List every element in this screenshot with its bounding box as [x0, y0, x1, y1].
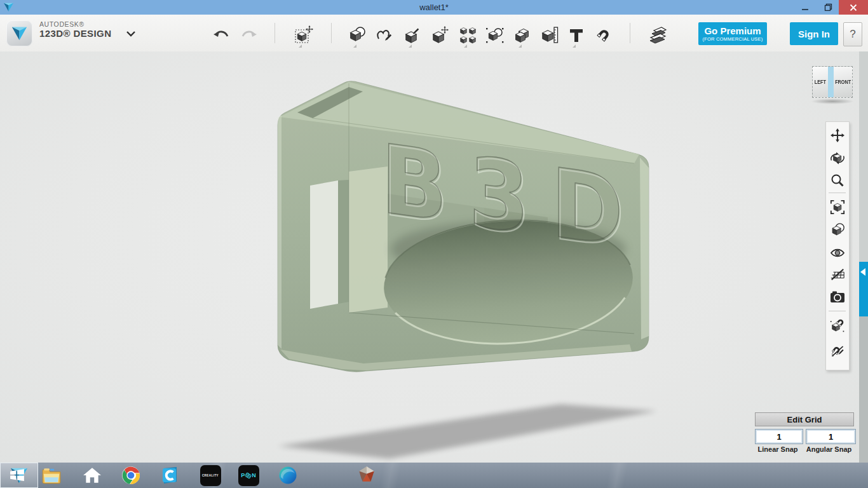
hide-grid-button[interactable] — [829, 266, 846, 283]
view-cube-left-face[interactable]: LEFT — [814, 67, 827, 97]
visibility-button[interactable] — [829, 245, 846, 261]
taskbar: CREALITY P N — [0, 463, 868, 488]
camera-icon — [830, 290, 845, 303]
modify-button[interactable] — [430, 25, 450, 45]
toolbar-separator — [275, 23, 275, 43]
sidebar-separator — [829, 193, 846, 193]
text-tool-icon — [568, 27, 585, 43]
disable-snap-button[interactable] — [829, 342, 846, 359]
angular-snap-input[interactable] — [806, 429, 856, 444]
right-edge-strip — [859, 316, 868, 463]
creality-icon: CREALITY — [200, 465, 221, 486]
view-cube-front-face[interactable]: FRONT — [835, 67, 851, 97]
zoom-button[interactable] — [829, 172, 846, 189]
snap-button[interactable] — [593, 25, 614, 45]
disable-snap-icon — [830, 343, 845, 358]
taskbar-home[interactable] — [81, 464, 104, 487]
meshmixer-icon — [357, 466, 376, 485]
file-explorer-icon — [41, 467, 62, 484]
dropdown-marker — [573, 44, 576, 48]
pattern-button[interactable] — [458, 25, 478, 45]
combine-button[interactable] — [512, 25, 532, 45]
edit-grid-button[interactable]: Edit Grid — [755, 412, 854, 426]
taskbar-creality[interactable]: CREALITY — [199, 464, 222, 487]
snap-object-icon — [830, 318, 845, 333]
brand-text: AUTODESK® 123D® DESIGN — [39, 20, 111, 39]
windows-start-icon — [8, 466, 26, 484]
go-premium-button[interactable]: Go Premium (FOR COMMERCIAL USE) — [698, 22, 767, 45]
3d-viewport[interactable]: B3D B3D LEFT FRONT — [0, 51, 868, 463]
cura-icon — [161, 466, 180, 485]
sign-in-button[interactable]: Sign In — [790, 22, 838, 45]
go-premium-label: Go Premium — [704, 26, 761, 36]
taskbar-chrome[interactable] — [119, 464, 142, 487]
modify-icon — [430, 25, 449, 44]
angular-snap-label: Angular Snap — [804, 445, 853, 453]
sketch-icon — [375, 25, 394, 44]
title-bar[interactable]: wallet1* — [0, 0, 868, 15]
wallet-model[interactable]: B3D B3D — [278, 81, 649, 372]
help-label: ? — [850, 28, 855, 41]
snap-object-button[interactable] — [829, 317, 846, 334]
text-button[interactable] — [566, 25, 587, 45]
navigation-sidebar — [825, 121, 850, 370]
minimize-icon — [801, 4, 809, 11]
app-logo[interactable] — [6, 20, 32, 46]
linear-snap-label: Linear Snap — [755, 445, 801, 453]
dropdown-marker — [464, 44, 467, 48]
primitives-button[interactable] — [347, 25, 367, 45]
creality-label: CREALITY — [202, 474, 219, 477]
photon-atom-icon — [245, 472, 252, 479]
model-ground-shadow — [278, 404, 657, 459]
pan-icon — [831, 128, 844, 142]
construct-button[interactable] — [402, 25, 423, 45]
home-icon — [83, 466, 102, 484]
main-menu-chevron-icon[interactable] — [125, 30, 137, 37]
shaded-view-button[interactable] — [829, 222, 846, 238]
restore-icon — [824, 3, 832, 11]
close-button[interactable] — [839, 0, 868, 15]
expand-left-icon — [860, 268, 865, 276]
transform-move-button[interactable] — [294, 25, 314, 45]
brand-123d-design: 123D® DESIGN — [39, 28, 111, 39]
help-button[interactable]: ? — [843, 22, 862, 46]
window-title: wallet1* — [0, 0, 868, 15]
go-premium-sublabel: (FOR COMMERCIAL USE) — [703, 36, 763, 42]
toolbar-separator — [331, 23, 332, 43]
dropdown-marker — [519, 44, 522, 48]
fit-view-icon — [830, 200, 845, 215]
start-button[interactable] — [6, 464, 29, 487]
main-toolbar: AUTODESK® 123D® DESIGN — [0, 15, 868, 52]
taskbar-cura[interactable] — [159, 464, 182, 487]
taskbar-edge[interactable] — [276, 464, 299, 487]
taskbar-meshmixer[interactable] — [355, 464, 378, 487]
restore-button[interactable] — [817, 0, 839, 15]
view-cube-shadow — [811, 98, 854, 104]
sketch-button[interactable] — [374, 25, 395, 45]
123d-logo-icon — [11, 25, 28, 41]
pan-button[interactable] — [829, 127, 846, 144]
screenshot-button[interactable] — [829, 288, 846, 305]
material-button[interactable] — [648, 25, 668, 45]
collapsed-panel-tab[interactable] — [859, 262, 868, 316]
fit-view-button[interactable] — [829, 199, 846, 215]
construct-icon — [403, 25, 422, 44]
brand-autodesk: AUTODESK® — [39, 20, 111, 28]
undo-button[interactable] — [211, 25, 231, 45]
right-edge-strip — [859, 51, 868, 262]
linear-snap-input[interactable] — [755, 429, 803, 444]
photon-label-n: N — [252, 472, 256, 478]
minimize-button[interactable] — [794, 0, 816, 15]
eye-icon — [830, 247, 845, 259]
view-cube[interactable]: LEFT FRONT — [812, 66, 853, 98]
redo-button[interactable] — [239, 25, 259, 45]
edge-icon — [278, 466, 297, 485]
group-button[interactable] — [485, 25, 505, 45]
orbit-button[interactable] — [829, 150, 846, 166]
measure-button[interactable] — [539, 25, 560, 45]
taskbar-photon-workshop[interactable]: P N — [237, 464, 260, 487]
3d-model-canvas[interactable]: B3D B3D — [0, 51, 868, 463]
sidebar-separator — [829, 311, 846, 311]
view-cube-edge[interactable] — [828, 67, 834, 97]
taskbar-file-explorer[interactable] — [40, 464, 63, 487]
